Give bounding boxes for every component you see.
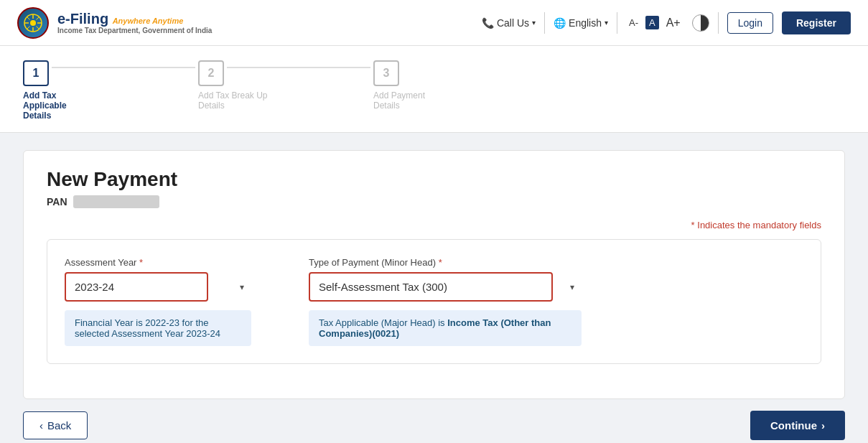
pan-value xyxy=(73,195,159,208)
font-normal-btn[interactable]: A xyxy=(645,16,659,29)
payment-type-select-wrapper: Self-Assessment Tax (300) Advance Tax (1… xyxy=(309,272,582,302)
divider-2 xyxy=(617,12,617,34)
brand-subtitle: Income Tax Department, Government of Ind… xyxy=(57,27,212,34)
register-button[interactable]: Register xyxy=(782,11,851,34)
assessment-year-select-wrapper: 2023-24 2022-23 2021-22 2020-21 ▾ xyxy=(65,272,251,302)
continue-label: Continue xyxy=(770,419,817,432)
page-title: New Payment xyxy=(47,168,821,191)
header: e-Filing Anywhere Anytime Income Tax Dep… xyxy=(0,0,868,46)
step-2: 2 Add Tax Break Up Details xyxy=(198,60,373,111)
pan-label: PAN xyxy=(47,196,67,207)
mandatory-note: * Indicates the mandatory fields xyxy=(47,220,821,230)
svg-line-7 xyxy=(37,26,39,29)
svg-line-9 xyxy=(27,26,30,29)
step-2-label: Add Tax Break Up Details xyxy=(198,90,270,111)
brand-text: e-Filing Anywhere Anytime Income Tax Dep… xyxy=(57,11,212,34)
pan-row: PAN xyxy=(47,195,821,208)
step-3: 3 Add Payment Details xyxy=(373,60,445,111)
header-right: 📞 Call Us ▾ 🌐 English ▾ A- A A+ Login Re… xyxy=(482,11,851,34)
language-selector[interactable]: 🌐 English ▾ xyxy=(554,17,608,29)
assessment-year-info: Financial Year is 2022-23 for the select… xyxy=(65,310,251,346)
payment-type-arrow-icon: ▾ xyxy=(570,282,574,292)
step-2-circle: 2 xyxy=(198,60,224,86)
brand-name: e-Filing xyxy=(57,11,108,27)
lang-chevron-icon: ▾ xyxy=(605,19,608,27)
language-label: English xyxy=(569,17,602,29)
steps-container: 1 Add Tax Applicable Details 2 Add Tax B… xyxy=(0,46,868,133)
logo-emblem xyxy=(17,7,49,39)
step-line-1 xyxy=(52,67,195,68)
step-1-label: Add Tax Applicable Details xyxy=(23,90,95,121)
call-chevron-icon: ▾ xyxy=(532,19,536,27)
continue-button[interactable]: Continue › xyxy=(750,411,845,440)
svg-point-1 xyxy=(30,20,36,26)
step-1-circle: 1 xyxy=(23,60,49,86)
payment-type-label-text: Type of Payment (Minor Head) xyxy=(309,257,436,268)
globe-icon: 🌐 xyxy=(554,17,566,29)
font-decrease-btn[interactable]: A- xyxy=(626,16,641,29)
svg-line-6 xyxy=(27,17,30,19)
payment-type-select[interactable]: Self-Assessment Tax (300) Advance Tax (1… xyxy=(309,272,553,302)
brand-tagline: Anywhere Anytime xyxy=(113,17,184,25)
payment-type-label: Type of Payment (Minor Head) * xyxy=(309,257,582,268)
step-1: 1 Add Tax Applicable Details xyxy=(23,60,198,121)
call-us-label: Call Us xyxy=(497,17,529,29)
back-label: Back xyxy=(47,419,71,432)
divider-1 xyxy=(544,12,545,34)
assessment-year-label: Assessment Year * xyxy=(65,257,251,268)
back-button[interactable]: ‹ Back xyxy=(23,411,88,439)
phone-icon: 📞 xyxy=(482,17,494,29)
assessment-year-req: * xyxy=(139,257,143,268)
font-increase-btn[interactable]: A+ xyxy=(663,15,683,31)
form-row: Assessment Year * 2023-24 2022-23 2021-2… xyxy=(65,257,803,346)
step-3-circle: 3 xyxy=(373,60,399,86)
assessment-year-group: Assessment Year * 2023-24 2022-23 2021-2… xyxy=(65,257,251,346)
assessment-year-arrow-icon: ▾ xyxy=(240,282,244,292)
continue-arrow-icon: › xyxy=(821,419,825,432)
main-content: New Payment PAN * Indicates the mandator… xyxy=(0,133,868,443)
divider-3 xyxy=(718,12,719,34)
progress-steps: 1 Add Tax Applicable Details 2 Add Tax B… xyxy=(23,60,845,121)
payment-type-info-prefix: Tax Applicable (Major Head) is xyxy=(319,317,447,328)
assessment-year-label-text: Assessment Year xyxy=(65,257,136,268)
footer-actions: ‹ Back Continue › xyxy=(23,399,845,443)
assessment-year-select[interactable]: 2023-24 2022-23 2021-22 2020-21 xyxy=(65,272,208,302)
step-line-2 xyxy=(227,67,370,68)
call-us-btn[interactable]: 📞 Call Us ▾ xyxy=(482,17,536,29)
header-left: e-Filing Anywhere Anytime Income Tax Dep… xyxy=(17,7,212,39)
login-button[interactable]: Login xyxy=(727,12,773,34)
back-arrow-icon: ‹ xyxy=(39,419,43,432)
payment-type-info: Tax Applicable (Major Head) is Income Ta… xyxy=(309,310,582,346)
form-card: Assessment Year * 2023-24 2022-23 2021-2… xyxy=(47,239,821,364)
svg-line-8 xyxy=(37,17,39,19)
payment-type-req: * xyxy=(439,257,442,268)
step-3-label: Add Payment Details xyxy=(373,90,445,111)
payment-type-group: Type of Payment (Minor Head) * Self-Asse… xyxy=(309,257,582,346)
contrast-toggle[interactable] xyxy=(692,14,709,32)
font-controls: A- A A+ xyxy=(626,15,683,31)
